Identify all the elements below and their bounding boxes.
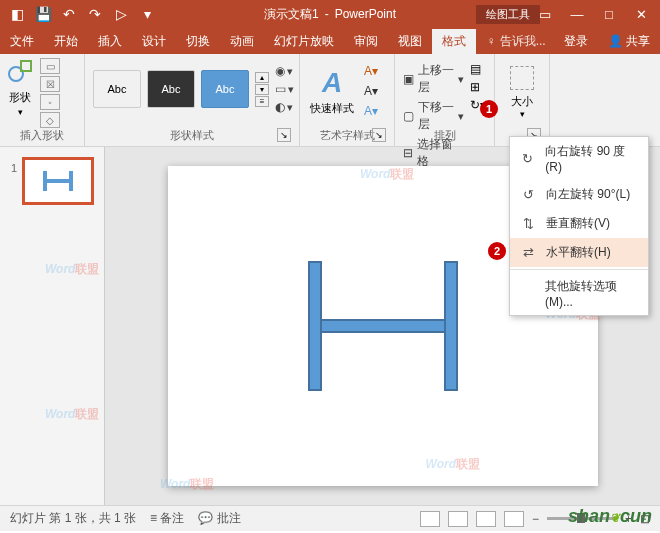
group-shape-styles: Abc Abc Abc ▴▾≡ ◉▾ ▭▾ ◐▾ 形状样式 ↘ bbox=[85, 54, 300, 146]
align-button[interactable]: ▤ bbox=[470, 62, 486, 76]
thumb-preview bbox=[43, 171, 73, 191]
outline-icon: ▭ bbox=[275, 82, 286, 96]
group-arrange: ▣上移一层 ▾ ▢下移一层 ▾ ⊟选择窗格 ▤ ⊞ ↻▾ 1 排列 bbox=[395, 54, 495, 146]
shape-preset[interactable]: ▭ bbox=[40, 58, 60, 74]
text-effects-icon[interactable]: A▾ bbox=[364, 104, 378, 118]
tab-review[interactable]: 审阅 bbox=[344, 29, 388, 54]
rotate-dropdown: ↻向右旋转 90 度(R) ↺向左旋转 90°(L) ⇅垂直翻转(V) 2 ⇄水… bbox=[509, 136, 649, 316]
group-insert-shapes: 形状 ▾ ▭ ☒ ◦ ◇ 插入形状 bbox=[0, 54, 85, 146]
tab-home[interactable]: 开始 bbox=[44, 29, 88, 54]
redo-icon[interactable]: ↷ bbox=[86, 5, 104, 23]
group-wordart-styles: A 快速样式 A▾ A▾ A▾ 艺术字样式 ↘ bbox=[300, 54, 395, 146]
login-button[interactable]: 登录 bbox=[554, 29, 598, 54]
size-icon bbox=[510, 66, 534, 90]
reading-view-button[interactable] bbox=[476, 511, 496, 527]
flip-horizontal[interactable]: 2 ⇄水平翻转(H) bbox=[510, 238, 648, 267]
tab-file[interactable]: 文件 bbox=[0, 29, 44, 54]
style-preset[interactable]: Abc bbox=[93, 70, 141, 108]
slideshow-view-button[interactable] bbox=[504, 511, 524, 527]
separator bbox=[510, 269, 648, 270]
rotate-left-90[interactable]: ↺向左旋转 90°(L) bbox=[510, 180, 648, 209]
dialog-launcher-icon[interactable]: ↘ bbox=[372, 128, 386, 142]
group-label: 插入形状 bbox=[0, 128, 84, 143]
tab-design[interactable]: 设计 bbox=[132, 29, 176, 54]
tab-insert[interactable]: 插入 bbox=[88, 29, 132, 54]
tab-animations[interactable]: 动画 bbox=[220, 29, 264, 54]
flip-h-icon: ⇄ bbox=[520, 245, 536, 261]
shape-outline-button[interactable]: ▭▾ bbox=[275, 82, 294, 96]
gallery-expand[interactable]: ▴▾≡ bbox=[255, 72, 269, 107]
slide-counter: 幻灯片 第 1 张，共 1 张 bbox=[10, 510, 136, 527]
thumb-number: 1 bbox=[11, 162, 17, 174]
group-size: 大小 ▾ ↘ bbox=[495, 54, 550, 146]
more-rotation-options[interactable]: 其他旋转选项(M)... bbox=[510, 272, 648, 315]
qat-more-icon[interactable]: ▾ bbox=[138, 5, 156, 23]
window-controls: ▭ — □ ✕ bbox=[526, 2, 660, 26]
shape-fill-button[interactable]: ◉▾ bbox=[275, 64, 294, 78]
chevron-down-icon: ▾ bbox=[18, 107, 23, 117]
size-button[interactable]: 大小 bbox=[511, 94, 533, 109]
back-icon: ▢ bbox=[403, 109, 414, 123]
tab-transitions[interactable]: 切换 bbox=[176, 29, 220, 54]
minimize-button[interactable]: — bbox=[562, 2, 592, 26]
share-button[interactable]: 👤 共享 bbox=[598, 29, 660, 54]
dialog-launcher-icon[interactable]: ↘ bbox=[277, 128, 291, 142]
tab-view[interactable]: 视图 bbox=[388, 29, 432, 54]
callout-badge-2: 2 bbox=[488, 242, 506, 260]
shape-preset[interactable]: ☒ bbox=[40, 76, 60, 92]
group-label: 排列 bbox=[395, 128, 494, 143]
group-label: 形状样式 bbox=[85, 128, 299, 143]
close-button[interactable]: ✕ bbox=[626, 2, 656, 26]
tab-slideshow[interactable]: 幻灯片放映 bbox=[264, 29, 344, 54]
watermark-shancun: shan❦cun bbox=[568, 506, 652, 527]
ribbon-tabs: 文件 开始 插入 设计 切换 动画 幻灯片放映 审阅 视图 格式 ♀告诉我...… bbox=[0, 28, 660, 54]
status-bar: 幻灯片 第 1 张，共 1 张 ≡ 备注 💬 批注 − + ⊡ bbox=[0, 505, 660, 531]
app-icon: ◧ bbox=[8, 5, 26, 23]
front-icon: ▣ bbox=[403, 72, 414, 86]
shape-h[interactable] bbox=[308, 261, 458, 391]
tell-me-search[interactable]: ♀告诉我... bbox=[479, 29, 554, 54]
doc-name: 演示文稿1 bbox=[264, 6, 319, 23]
rotate-right-90[interactable]: ↻向右旋转 90 度(R) bbox=[510, 137, 648, 180]
slide-thumbnails: 1 bbox=[0, 147, 105, 505]
text-outline-icon[interactable]: A▾ bbox=[364, 84, 378, 98]
notes-button[interactable]: ≡ 备注 bbox=[150, 510, 184, 527]
sorter-view-button[interactable] bbox=[448, 511, 468, 527]
save-icon[interactable]: 💾 bbox=[34, 5, 52, 23]
flip-vertical[interactable]: ⇅垂直翻转(V) bbox=[510, 209, 648, 238]
style-preset[interactable]: Abc bbox=[147, 70, 195, 108]
start-slideshow-icon[interactable]: ▷ bbox=[112, 5, 130, 23]
undo-icon[interactable]: ↶ bbox=[60, 5, 78, 23]
window-title: 演示文稿1 - PowerPoint bbox=[264, 6, 396, 23]
normal-view-button[interactable] bbox=[420, 511, 440, 527]
quick-styles-button[interactable]: A 快速样式 bbox=[308, 65, 356, 118]
ribbon: 形状 ▾ ▭ ☒ ◦ ◇ 插入形状 Abc Abc Abc ▴▾≡ ◉▾ bbox=[0, 54, 660, 147]
fill-icon: ◉ bbox=[275, 64, 285, 78]
app-name: PowerPoint bbox=[335, 7, 396, 21]
comments-button[interactable]: 💬 批注 bbox=[198, 510, 240, 527]
shapes-button[interactable]: 形状 ▾ bbox=[4, 58, 36, 119]
bulb-icon: ♀ bbox=[487, 34, 496, 48]
slide-thumb[interactable]: 1 bbox=[22, 157, 94, 205]
text-fill-icon[interactable]: A▾ bbox=[364, 64, 378, 78]
quick-access-toolbar: ◧ 💾 ↶ ↷ ▷ ▾ bbox=[0, 5, 164, 23]
maximize-button[interactable]: □ bbox=[594, 2, 624, 26]
style-preset[interactable]: Abc bbox=[201, 70, 249, 108]
callout-badge-1: 1 bbox=[480, 100, 498, 118]
group-button[interactable]: ⊞ bbox=[470, 80, 486, 94]
shape-preset[interactable]: ◦ bbox=[40, 94, 60, 110]
share-icon: 👤 bbox=[608, 34, 623, 48]
tab-format[interactable]: 格式 bbox=[432, 29, 476, 54]
title-bar: ◧ 💾 ↶ ↷ ▷ ▾ 演示文稿1 - PowerPoint 绘图工具 ▭ — … bbox=[0, 0, 660, 28]
zoom-out-button[interactable]: − bbox=[532, 512, 539, 526]
ribbon-options-icon[interactable]: ▭ bbox=[530, 2, 560, 26]
shape-effects-button[interactable]: ◐▾ bbox=[275, 100, 294, 114]
style-gallery[interactable]: Abc Abc Abc ▴▾≡ bbox=[93, 64, 269, 114]
chevron-down-icon: ▾ bbox=[520, 109, 525, 119]
shape-preset[interactable]: ◇ bbox=[40, 112, 60, 128]
flip-v-icon: ⇅ bbox=[520, 216, 536, 232]
bring-forward-button[interactable]: ▣上移一层 ▾ bbox=[403, 62, 464, 96]
rotate-right-icon: ↻ bbox=[520, 151, 535, 167]
rotate-left-icon: ↺ bbox=[520, 187, 536, 203]
wordart-icon: A bbox=[322, 67, 342, 99]
